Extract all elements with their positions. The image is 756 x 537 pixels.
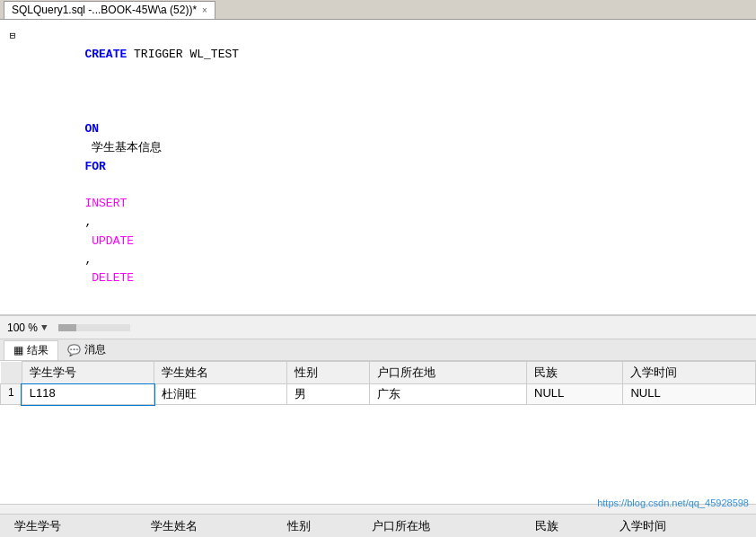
table-header-row: 学生学号 学生姓名 性别 户口所在地 民族 入学时间 (1, 362, 756, 384)
code-text-3: AS (25, 307, 756, 316)
editor-area[interactable]: ⊟ CREATE TRIGGER WL_TEST ON 学生基本信息 FOR I… (0, 20, 756, 316)
kw-create: CREATE (84, 48, 127, 61)
code-text-1: CREATE TRIGGER WL_TEST (25, 27, 756, 83)
status-table: 学生学号 学生姓名 性别 户口所在地 民族 入学时间 (7, 516, 749, 536)
scrollbar-thumb[interactable] (58, 324, 76, 331)
results-table: 学生学号 学生姓名 性别 户口所在地 民族 入学时间 1 L118 杜润旺 男 … (0, 361, 756, 405)
gutter-3 (0, 307, 25, 308)
results-area: 学生学号 学生姓名 性别 户口所在地 民族 入学时间 1 L118 杜润旺 男 … (0, 361, 756, 505)
code-line-3: AS (0, 307, 756, 316)
status-col-admission: 入学时间 (612, 516, 749, 536)
row-num-header (1, 362, 22, 384)
status-col-address: 户口所在地 (365, 516, 527, 536)
status-col-student-id: 学生学号 (7, 516, 144, 536)
zoom-value: 100 % (7, 321, 38, 334)
title-tab[interactable]: SQLQuery1.sql -...BOOK-45W\a (52))* × (4, 1, 215, 19)
tabs-row: ▦ 结果 💬 消息 (0, 339, 756, 361)
cell-address: 广东 (369, 384, 526, 405)
status-bar: 学生学号 学生姓名 性别 户口所在地 民族 入学时间 (0, 514, 756, 537)
results-icon: ▦ (13, 344, 23, 357)
cell-student-id[interactable]: L118 (22, 384, 154, 405)
zoom-bar: 100 % ▼ (0, 316, 756, 339)
h-scrollbar[interactable] (58, 324, 130, 331)
status-header-row: 学生学号 学生姓名 性别 户口所在地 民族 入学时间 (7, 516, 749, 536)
tab-messages-label: 消息 (84, 342, 106, 357)
col-header-student-id: 学生学号 (22, 362, 154, 384)
tab-results-label: 结果 (27, 343, 48, 358)
col-header-address: 户口所在地 (369, 362, 526, 384)
zoom-dropdown-icon[interactable]: ▼ (41, 322, 48, 333)
col-header-admission-time: 入学时间 (623, 362, 756, 384)
title-bar: SQLQuery1.sql -...BOOK-45W\a (52))* × (0, 0, 756, 20)
messages-icon: 💬 (67, 344, 81, 357)
code-line-1: ⊟ CREATE TRIGGER WL_TEST (0, 27, 756, 83)
editor-content: ⊟ CREATE TRIGGER WL_TEST ON 学生基本信息 FOR I… (0, 20, 756, 316)
gutter-2 (0, 83, 25, 84)
code-line-2: ON 学生基本信息 FOR INSERT , UPDATE , DELETE (0, 83, 756, 307)
col-header-gender: 性别 (286, 362, 369, 384)
col-header-ethnicity: 民族 (527, 362, 623, 384)
tab-messages[interactable]: 💬 消息 (58, 340, 115, 359)
table-row: 1 L118 杜润旺 男 广东 NULL NULL (1, 384, 756, 405)
tab-label: SQLQuery1.sql -...BOOK-45W\a (52))* (12, 4, 197, 16)
cell-student-name: 杜润旺 (154, 384, 287, 405)
status-col-student-name: 学生姓名 (144, 516, 280, 536)
gutter-1: ⊟ (0, 27, 25, 45)
status-col-ethnicity: 民族 (528, 516, 612, 536)
col-header-student-name: 学生姓名 (154, 362, 287, 384)
tab-results[interactable]: ▦ 结果 (4, 340, 58, 360)
cell-ethnicity: NULL (527, 384, 623, 405)
watermark: https://blog.csdn.net/qq_45928598 (597, 497, 749, 508)
code-text-2: ON 学生基本信息 FOR INSERT , UPDATE , DELETE (25, 83, 756, 307)
row-num-cell: 1 (1, 384, 22, 405)
cell-gender: 男 (286, 384, 369, 405)
cell-admission: NULL (623, 384, 756, 405)
close-icon[interactable]: × (202, 5, 207, 15)
status-col-gender: 性别 (280, 516, 365, 536)
